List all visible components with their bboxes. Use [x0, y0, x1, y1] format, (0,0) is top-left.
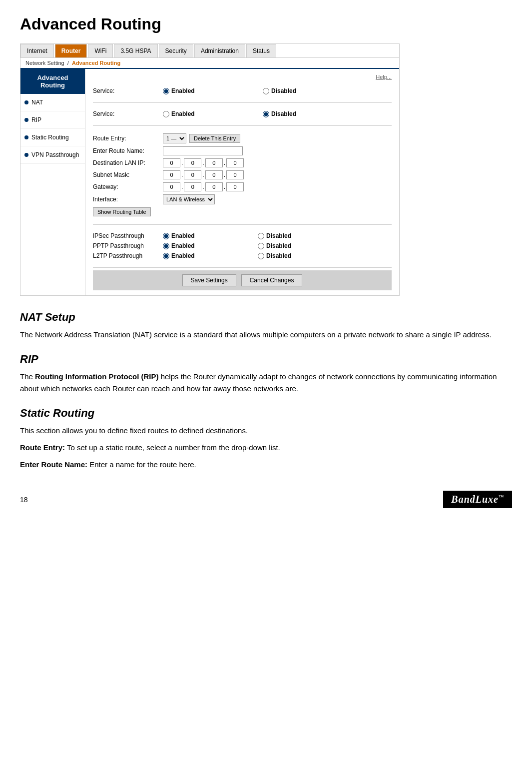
tab-administration[interactable]: Administration	[194, 44, 245, 57]
cancel-changes-button[interactable]: Cancel Changes	[241, 274, 303, 286]
help-link[interactable]: Help...	[93, 74, 392, 80]
show-routing-table-button[interactable]: Show Routing Table	[93, 207, 151, 216]
dest-ip-3[interactable]	[226, 158, 244, 167]
ipsec-enabled-label: Enabled	[171, 232, 195, 239]
ipsec-enabled-option[interactable]: Enabled	[163, 232, 233, 239]
rip-doc-section: RIP The Routing Information Protocol (RI…	[20, 353, 512, 395]
ip-dot: .	[224, 171, 225, 178]
footer: 18 BandLuxe™	[20, 486, 512, 508]
dest-ip-2[interactable]	[205, 158, 223, 167]
subnet-ip-0[interactable]	[163, 170, 180, 179]
nav-dot	[24, 100, 28, 104]
gateway-ip-1[interactable]	[184, 182, 201, 191]
pptp-row: PPTP Passthrough Enabled Disabled	[93, 242, 392, 249]
route-name-bold: Enter Route Name:	[20, 460, 87, 469]
tab-3g[interactable]: 3.5G HSPA	[114, 44, 157, 57]
breadcrumb: Network Setting / Advanced Routing	[20, 57, 399, 68]
tab-status[interactable]: Status	[246, 44, 276, 57]
sidebar: Advanced Routing NAT RIP Static Routing …	[20, 69, 85, 295]
sidebar-item-nat-label: NAT	[31, 99, 43, 106]
l2tp-enabled-label: Enabled	[171, 252, 195, 259]
l2tp-enabled-radio[interactable]	[163, 253, 169, 259]
static-routing-section: Route Entry: 1 — 2 — 3 — Delete This Ent…	[93, 128, 392, 225]
rip-disabled-label: Disabled	[271, 110, 296, 117]
tab-router[interactable]: Router	[55, 44, 87, 57]
pptp-enabled-option[interactable]: Enabled	[163, 242, 233, 249]
tab-internet[interactable]: Internet	[20, 44, 54, 57]
ip-dot: .	[202, 159, 204, 166]
interface-label: Interface:	[93, 196, 163, 203]
route-entry-bold: Route Entry:	[20, 443, 65, 452]
nat-doc-section: NAT Setup The Network Address Translatio…	[20, 311, 512, 341]
l2tp-disabled-option[interactable]: Disabled	[258, 252, 328, 259]
rip-service-label: Service:	[93, 110, 163, 117]
interface-select[interactable]: LAN & Wireless WAN	[163, 194, 215, 204]
pptp-enabled-radio[interactable]	[163, 243, 169, 249]
dest-ip-0[interactable]	[163, 158, 180, 167]
rip-enabled-label: Enabled	[171, 110, 195, 117]
ipsec-disabled-option[interactable]: Disabled	[258, 232, 328, 239]
l2tp-enabled-option[interactable]: Enabled	[163, 252, 233, 259]
gateway-ip-2[interactable]	[205, 182, 223, 191]
sidebar-item-vpn[interactable]: VPN Passthrough	[20, 146, 85, 164]
gateway-row: Gateway: . . .	[93, 182, 392, 191]
rip-enabled-option[interactable]: Enabled	[163, 110, 233, 117]
ipsec-label: IPSec Passthrough	[93, 232, 163, 239]
page-title: Advanced Routing	[20, 15, 512, 33]
tab-wifi[interactable]: WiFi	[88, 44, 113, 57]
dest-lan-label: Destination LAN IP:	[93, 159, 163, 166]
page-number: 18	[20, 496, 28, 504]
nat-disabled-radio[interactable]	[263, 88, 269, 94]
route-entry-select[interactable]: 1 — 2 — 3 —	[163, 133, 186, 143]
ipsec-enabled-radio[interactable]	[163, 233, 169, 239]
nat-enabled-option[interactable]: Enabled	[163, 87, 233, 94]
ipsec-disabled-label: Disabled	[266, 232, 291, 239]
rip-doc-para: The Routing Information Protocol (RIP) h…	[20, 371, 512, 395]
rip-enabled-radio[interactable]	[163, 111, 169, 117]
delete-entry-button[interactable]: Delete This Entry	[189, 134, 240, 143]
subnet-ip-1[interactable]	[184, 170, 201, 179]
static-doc-para: This section allows you to define fixed …	[20, 425, 512, 437]
ip-dot: .	[181, 171, 183, 178]
route-entry-doc: Route Entry: To set up a static route, s…	[20, 442, 512, 454]
ip-dot: .	[181, 183, 183, 190]
dest-lan-ip-group: . . .	[163, 158, 244, 167]
pptp-radio-group: Enabled Disabled	[163, 242, 328, 249]
rip-bold: Routing Information Protocol (RIP)	[35, 372, 158, 381]
nat-enabled-radio[interactable]	[163, 88, 169, 94]
gateway-ip-3[interactable]	[226, 182, 244, 191]
nav-dot	[24, 118, 28, 122]
gateway-ip-0[interactable]	[163, 182, 180, 191]
router-panel: Internet Router WiFi 3.5G HSPA Security …	[20, 43, 400, 296]
l2tp-disabled-label: Disabled	[266, 252, 291, 259]
save-settings-button[interactable]: Save Settings	[182, 274, 236, 286]
subnet-ip-3[interactable]	[226, 170, 244, 179]
pptp-disabled-option[interactable]: Disabled	[258, 242, 328, 249]
tab-security[interactable]: Security	[159, 44, 193, 57]
brand-logo: BandLuxe™	[443, 491, 512, 508]
ipsec-disabled-radio[interactable]	[258, 233, 264, 239]
ip-dot: .	[224, 183, 225, 190]
nat-enabled-label: Enabled	[171, 87, 195, 94]
nat-doc-para: The Network Address Translation (NAT) se…	[20, 329, 512, 341]
nat-doc-title: NAT Setup	[20, 311, 512, 324]
sidebar-item-static-label: Static Routing	[31, 134, 69, 141]
nav-dot	[24, 153, 28, 157]
sidebar-item-rip[interactable]: RIP	[20, 111, 85, 129]
pptp-disabled-radio[interactable]	[258, 243, 264, 249]
l2tp-disabled-radio[interactable]	[258, 253, 264, 259]
route-name-input[interactable]	[163, 146, 243, 155]
subnet-ip-2[interactable]	[205, 170, 223, 179]
sidebar-item-nat[interactable]: NAT	[20, 94, 85, 111]
nav-tabs: Internet Router WiFi 3.5G HSPA Security …	[20, 44, 399, 57]
sidebar-item-static-routing[interactable]: Static Routing	[20, 129, 85, 146]
nat-radio-group: Enabled Disabled	[163, 87, 333, 94]
route-name-label: Enter Route Name:	[93, 147, 163, 154]
dest-ip-1[interactable]	[184, 158, 201, 167]
rip-disabled-radio[interactable]	[263, 111, 269, 117]
rip-disabled-option[interactable]: Disabled	[263, 110, 333, 117]
nat-disabled-option[interactable]: Disabled	[263, 87, 333, 94]
breadcrumb-root[interactable]: Network Setting	[25, 60, 64, 66]
nat-service-label: Service:	[93, 87, 163, 94]
ipsec-row: IPSec Passthrough Enabled Disabled	[93, 232, 392, 239]
